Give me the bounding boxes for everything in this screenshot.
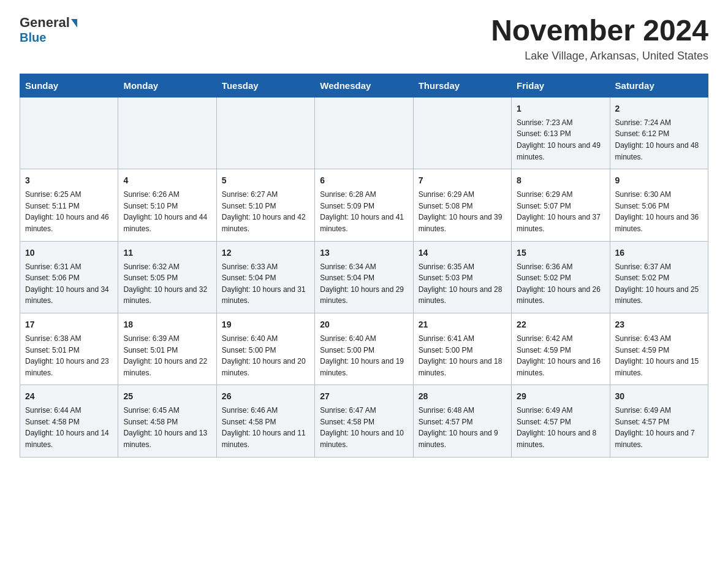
calendar-cell [216,97,314,169]
calendar-body: 1Sunrise: 7:23 AMSunset: 6:13 PMDaylight… [20,97,708,457]
calendar-cell: 7Sunrise: 6:29 AMSunset: 5:08 PMDaylight… [413,169,511,241]
header-cell-friday: Friday [512,74,610,97]
calendar-cell [118,97,216,169]
day-info: Sunrise: 6:43 AMSunset: 4:59 PMDaylight:… [615,333,703,378]
day-number: 19 [222,318,309,331]
calendar-cell: 11Sunrise: 6:32 AMSunset: 5:05 PMDayligh… [118,241,216,313]
day-number: 21 [419,318,506,331]
week-row-2: 3Sunrise: 6:25 AMSunset: 5:11 PMDaylight… [20,169,708,241]
day-number: 15 [517,247,604,259]
day-info: Sunrise: 6:29 AMSunset: 5:08 PMDaylight:… [419,189,506,234]
title-area: November 2024 Lake Village, Arkansas, Un… [491,15,708,63]
day-info: Sunrise: 6:36 AMSunset: 5:02 PMDaylight:… [517,261,604,307]
location-text: Lake Village, Arkansas, United States [491,50,708,63]
day-number: 1 [517,102,604,115]
day-info: Sunrise: 6:28 AMSunset: 5:09 PMDaylight:… [320,189,408,234]
day-number: 6 [320,174,408,187]
day-number: 10 [25,247,113,259]
day-number: 27 [320,390,408,403]
calendar-cell: 25Sunrise: 6:45 AMSunset: 4:58 PMDayligh… [118,385,216,457]
day-info: Sunrise: 6:46 AMSunset: 4:58 PMDaylight:… [222,405,309,450]
day-info: Sunrise: 6:31 AMSunset: 5:06 PMDaylight:… [25,261,113,307]
header-cell-monday: Monday [118,74,216,97]
month-title: November 2024 [491,15,708,47]
day-number: 28 [419,390,506,403]
calendar-cell: 23Sunrise: 6:43 AMSunset: 4:59 PMDayligh… [610,313,708,385]
day-info: Sunrise: 6:41 AMSunset: 5:00 PMDaylight:… [419,333,506,378]
day-number: 30 [615,390,703,403]
calendar-cell: 18Sunrise: 6:39 AMSunset: 5:01 PMDayligh… [118,313,216,385]
logo-general-text: General [20,15,70,31]
day-number: 29 [517,390,604,403]
calendar-cell: 4Sunrise: 6:26 AMSunset: 5:10 PMDaylight… [118,169,216,241]
calendar-cell: 8Sunrise: 6:29 AMSunset: 5:07 PMDaylight… [512,169,610,241]
header-row: SundayMondayTuesdayWednesdayThursdayFrid… [20,74,708,97]
day-number: 11 [123,247,211,259]
day-number: 25 [123,390,211,403]
calendar-cell: 13Sunrise: 6:34 AMSunset: 5:04 PMDayligh… [315,241,413,313]
day-info: Sunrise: 6:49 AMSunset: 4:57 PMDaylight:… [615,405,703,450]
calendar-cell: 28Sunrise: 6:48 AMSunset: 4:57 PMDayligh… [413,385,511,457]
day-info: Sunrise: 6:34 AMSunset: 5:04 PMDaylight:… [320,261,408,307]
day-number: 5 [222,174,309,187]
calendar-cell: 21Sunrise: 6:41 AMSunset: 5:00 PMDayligh… [413,313,511,385]
week-row-5: 24Sunrise: 6:44 AMSunset: 4:58 PMDayligh… [20,385,708,457]
calendar-table: SundayMondayTuesdayWednesdayThursdayFrid… [20,74,708,458]
calendar-cell: 3Sunrise: 6:25 AMSunset: 5:11 PMDaylight… [20,169,118,241]
logo: General Blue [20,15,77,45]
header-cell-wednesday: Wednesday [315,74,413,97]
day-info: Sunrise: 7:23 AMSunset: 6:13 PMDaylight:… [517,117,604,163]
day-info: Sunrise: 6:40 AMSunset: 5:00 PMDaylight:… [320,333,408,378]
day-number: 17 [25,318,113,331]
day-info: Sunrise: 6:42 AMSunset: 4:59 PMDaylight:… [517,333,604,378]
day-number: 14 [419,247,506,259]
header-cell-saturday: Saturday [610,74,708,97]
calendar-cell: 26Sunrise: 6:46 AMSunset: 4:58 PMDayligh… [216,385,314,457]
calendar-cell: 20Sunrise: 6:40 AMSunset: 5:00 PMDayligh… [315,313,413,385]
day-info: Sunrise: 6:39 AMSunset: 5:01 PMDaylight:… [123,333,211,378]
day-info: Sunrise: 6:25 AMSunset: 5:11 PMDaylight:… [25,189,113,234]
day-info: Sunrise: 6:35 AMSunset: 5:03 PMDaylight:… [419,261,506,307]
day-info: Sunrise: 6:48 AMSunset: 4:57 PMDaylight:… [419,405,506,450]
calendar-cell [413,97,511,169]
page-header: General Blue November 2024 Lake Village,… [20,15,708,63]
calendar-cell: 10Sunrise: 6:31 AMSunset: 5:06 PMDayligh… [20,241,118,313]
day-info: Sunrise: 6:47 AMSunset: 4:58 PMDaylight:… [320,405,408,450]
calendar-cell: 19Sunrise: 6:40 AMSunset: 5:00 PMDayligh… [216,313,314,385]
day-info: Sunrise: 6:49 AMSunset: 4:57 PMDaylight:… [517,405,604,450]
logo-arrow-icon [71,19,77,28]
calendar-cell: 24Sunrise: 6:44 AMSunset: 4:58 PMDayligh… [20,385,118,457]
day-number: 4 [123,174,211,187]
day-info: Sunrise: 6:38 AMSunset: 5:01 PMDaylight:… [25,333,113,378]
day-number: 26 [222,390,309,403]
day-info: Sunrise: 6:29 AMSunset: 5:07 PMDaylight:… [517,189,604,234]
day-number: 3 [25,174,113,187]
day-number: 23 [615,318,703,331]
day-info: Sunrise: 6:45 AMSunset: 4:58 PMDaylight:… [123,405,211,450]
calendar-cell: 16Sunrise: 6:37 AMSunset: 5:02 PMDayligh… [610,241,708,313]
calendar-cell: 15Sunrise: 6:36 AMSunset: 5:02 PMDayligh… [512,241,610,313]
calendar-cell: 1Sunrise: 7:23 AMSunset: 6:13 PMDaylight… [512,97,610,169]
calendar-header: SundayMondayTuesdayWednesdayThursdayFrid… [20,74,708,97]
calendar-cell: 30Sunrise: 6:49 AMSunset: 4:57 PMDayligh… [610,385,708,457]
week-row-3: 10Sunrise: 6:31 AMSunset: 5:06 PMDayligh… [20,241,708,313]
header-cell-tuesday: Tuesday [216,74,314,97]
calendar-cell [20,97,118,169]
day-number: 22 [517,318,604,331]
header-cell-thursday: Thursday [413,74,511,97]
calendar-cell: 5Sunrise: 6:27 AMSunset: 5:10 PMDaylight… [216,169,314,241]
day-info: Sunrise: 6:33 AMSunset: 5:04 PMDaylight:… [222,261,309,307]
calendar-cell: 29Sunrise: 6:49 AMSunset: 4:57 PMDayligh… [512,385,610,457]
calendar-cell: 27Sunrise: 6:47 AMSunset: 4:58 PMDayligh… [315,385,413,457]
day-number: 12 [222,247,309,259]
day-info: Sunrise: 6:37 AMSunset: 5:02 PMDaylight:… [615,261,703,307]
week-row-4: 17Sunrise: 6:38 AMSunset: 5:01 PMDayligh… [20,313,708,385]
day-info: Sunrise: 6:26 AMSunset: 5:10 PMDaylight:… [123,189,211,234]
calendar-cell: 17Sunrise: 6:38 AMSunset: 5:01 PMDayligh… [20,313,118,385]
calendar-cell: 12Sunrise: 6:33 AMSunset: 5:04 PMDayligh… [216,241,314,313]
calendar-cell: 2Sunrise: 7:24 AMSunset: 6:12 PMDaylight… [610,97,708,169]
day-number: 16 [615,247,703,259]
logo-blue-text: Blue [20,31,46,44]
day-number: 20 [320,318,408,331]
calendar-cell: 9Sunrise: 6:30 AMSunset: 5:06 PMDaylight… [610,169,708,241]
